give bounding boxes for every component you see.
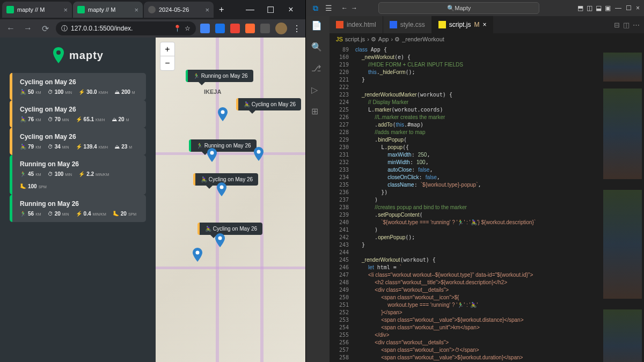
map-pin-icon[interactable]	[207, 148, 217, 162]
editor-tabs: index.html style.css script.js M × ⊟ ◫ ⋯	[330, 16, 644, 33]
workout-metric: ⚡139.4KM/H	[76, 144, 108, 150]
new-tab-button[interactable]: +	[215, 3, 228, 17]
compare-icon[interactable]: ⊟	[614, 21, 620, 29]
explorer-icon[interactable]: 📄	[311, 20, 324, 33]
map-pin-icon[interactable]	[218, 107, 228, 121]
split-icon[interactable]: ◫	[623, 21, 630, 29]
profile-avatar[interactable]	[275, 23, 287, 34]
zoom-out-button[interactable]: −	[160, 56, 174, 70]
zoom-in-button[interactable]: +	[160, 42, 174, 56]
line-numbers: 89 160 219 220 221 222 223 224 225 226 2…	[330, 45, 353, 362]
maximize-button[interactable]: ☐	[626, 4, 632, 12]
map-pin-icon[interactable]	[193, 248, 202, 262]
map-pin-icon[interactable]	[254, 147, 264, 161]
map-popup[interactable]: 🏃‍♂️ Running on May 26	[186, 70, 253, 82]
close-icon[interactable]: ×	[205, 6, 209, 14]
extension-icon[interactable]	[215, 24, 225, 33]
minimize-button[interactable]: —	[615, 4, 621, 12]
app-name: mapty	[69, 49, 104, 62]
reload-button[interactable]: ⟳	[39, 22, 52, 35]
debug-icon[interactable]: ▷	[311, 85, 324, 98]
workout-metric: 🏃‍♂️45KM	[20, 171, 41, 177]
app-logo: mapty	[10, 47, 146, 63]
breadcrumb[interactable]: JS script.js › ⚙ App › ⚙ _renderWorkout	[330, 33, 644, 45]
svg-point-1	[221, 110, 225, 114]
workout-card[interactable]: Cycling on May 26🚴‍♀️50KM⏱100MIN⚡30.0KM/…	[10, 73, 146, 100]
layout-button[interactable]: ⬓	[596, 4, 602, 12]
extensions-icon[interactable]: ⊞	[311, 106, 324, 119]
browser-tab-2[interactable]: 2024-05-26×	[144, 2, 214, 18]
forward-button[interactable]: →	[21, 22, 34, 35]
workout-card[interactable]: Cycling on May 26🚴‍♀️76KM⏱70MIN⚡65.1KM/H…	[10, 100, 146, 128]
browser-tab-0[interactable]: mapty // M×	[2, 2, 72, 18]
extension-icon[interactable]	[200, 24, 210, 33]
minimap[interactable]	[601, 45, 644, 362]
editor-tab-script[interactable]: script.js M ×	[432, 16, 494, 33]
svg-point-2	[257, 150, 261, 154]
breadcrumb-item[interactable]: script.js	[345, 36, 365, 42]
modified-indicator: M	[474, 21, 479, 28]
map-popup[interactable]: 🏃‍♂️ Running on May 26	[189, 139, 257, 152]
svg-point-5	[218, 237, 222, 240]
workout-metric: ⏱20MIN	[48, 211, 69, 217]
search-icon[interactable]: 🔍	[311, 42, 324, 55]
breadcrumb-item[interactable]: App	[378, 36, 389, 42]
editor-tab-style[interactable]: style.css	[383, 16, 432, 33]
browser-tab-1[interactable]: mapty // M×	[73, 2, 143, 18]
back-button[interactable]: ←	[4, 22, 17, 35]
map-view[interactable]: IKEJA + − 🏃‍♂️ Running on May 26🚴‍♀️ Cyc…	[156, 38, 305, 362]
address-bar[interactable]: ⓘ 127.0.0.1:5500/index. 📍 ☆	[56, 21, 196, 35]
pin-icon	[52, 47, 65, 63]
breadcrumb-item[interactable]: _renderWorkout	[402, 36, 444, 42]
extension-icon[interactable]	[245, 24, 255, 33]
close-button[interactable]: ×	[636, 4, 640, 12]
close-icon[interactable]: ×	[63, 6, 68, 14]
tab-label: script.js	[449, 21, 471, 28]
workout-metric: 🦶20SPM	[113, 211, 136, 217]
menu-toggle-button[interactable]: ☰	[323, 3, 334, 13]
more-icon[interactable]: ⋯	[633, 21, 640, 29]
editor-tab-index[interactable]: index.html	[330, 16, 383, 33]
workout-card[interactable]: Running on May 26🏃‍♂️56KM⏱20MIN⚡0.4MIN/K…	[10, 195, 146, 222]
extensions: ⋮	[200, 23, 301, 34]
workout-metric: 🚴‍♀️79KM	[20, 144, 41, 150]
extension-icon[interactable]	[260, 24, 270, 33]
scm-icon[interactable]: ⎇	[311, 63, 324, 76]
code-content[interactable]: class App { _newWorkout(e) { //HIDE FORM…	[353, 45, 601, 362]
workouts-sidebar: mapty Cycling on May 26🚴‍♀️50KM⏱100MIN⚡3…	[0, 38, 156, 362]
svg-point-0	[56, 50, 61, 55]
tab-title: mapty // M	[88, 6, 115, 13]
close-icon[interactable]: ×	[134, 6, 138, 14]
minimize-button[interactable]: —	[242, 5, 258, 15]
workout-title: Cycling on May 26	[20, 106, 138, 113]
tab-title: mapty // M	[17, 6, 45, 13]
workout-card[interactable]: Running on May 26🏃‍♂️45KM⏱100MIN⚡2.2MIN/…	[10, 155, 146, 195]
nav-back-button[interactable]: ←	[341, 4, 348, 12]
nav-forward-button[interactable]: →	[351, 4, 357, 12]
map-pin-icon[interactable]	[215, 233, 225, 247]
map-popup[interactable]: 🚴‍♀️ Cycling on May 26	[197, 223, 262, 235]
tab-label: style.css	[400, 21, 425, 28]
workout-card[interactable]: Cycling on May 26🚴‍♀️79KM⏱34MIN⚡139.4KM/…	[10, 128, 146, 155]
workout-metric: 🦶100SPM	[20, 183, 47, 189]
menu-icon[interactable]: ⋮	[292, 24, 301, 34]
workout-metric: ⏱100MIN	[48, 89, 72, 95]
url-text: 127.0.0.1:5500/index.	[71, 25, 133, 32]
layout-button[interactable]: ◫	[587, 4, 592, 12]
extension-icon[interactable]	[230, 24, 240, 33]
map-pin-icon[interactable]	[217, 182, 226, 196]
close-icon[interactable]: ×	[482, 21, 486, 28]
workout-metric: ⛰20M	[112, 116, 129, 122]
info-icon: ⓘ	[61, 24, 68, 33]
code-editor[interactable]: 89 160 219 220 221 222 223 224 225 226 2…	[330, 45, 644, 362]
command-center[interactable]: 🔍 Mapty	[378, 2, 539, 14]
layout-button[interactable]: ▣	[605, 4, 611, 12]
layout-button[interactable]: ⬒	[577, 4, 583, 12]
close-button[interactable]: ×	[283, 5, 299, 15]
vscode-icon[interactable]: ⧉	[310, 3, 321, 13]
maximize-button[interactable]: ☐	[262, 5, 279, 15]
location-icon[interactable]: 📍	[173, 25, 181, 32]
svg-point-6	[196, 251, 200, 255]
bookmark-icon[interactable]: ☆	[185, 25, 191, 32]
map-popup[interactable]: 🚴‍♀️ Cycling on May 26	[236, 98, 301, 110]
